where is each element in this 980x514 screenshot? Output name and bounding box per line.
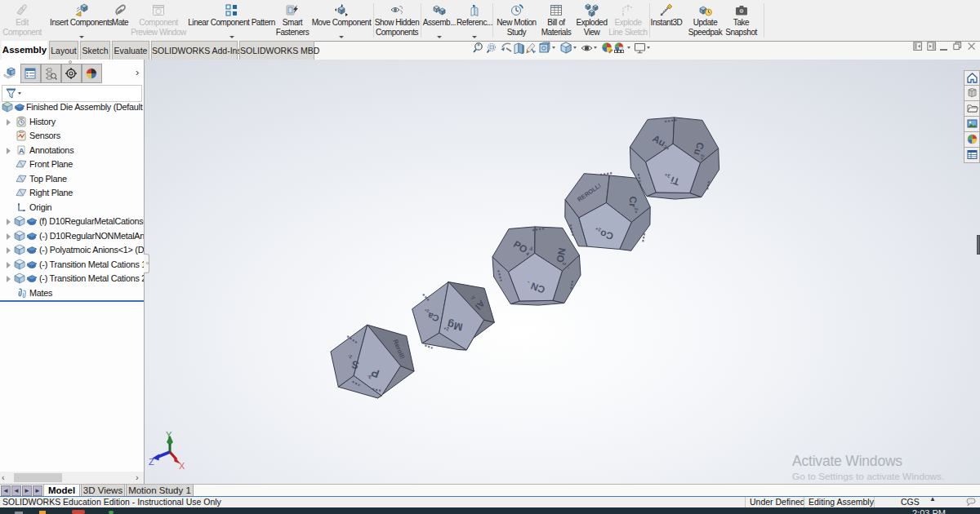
- svg-text:Cr: Cr: [626, 196, 639, 208]
- svg-text:Z: Z: [149, 457, 154, 467]
- svg-text:X: X: [179, 461, 185, 471]
- svg-text:A: A: [19, 146, 24, 154]
- svg-text:2+: 2+: [634, 208, 639, 215]
